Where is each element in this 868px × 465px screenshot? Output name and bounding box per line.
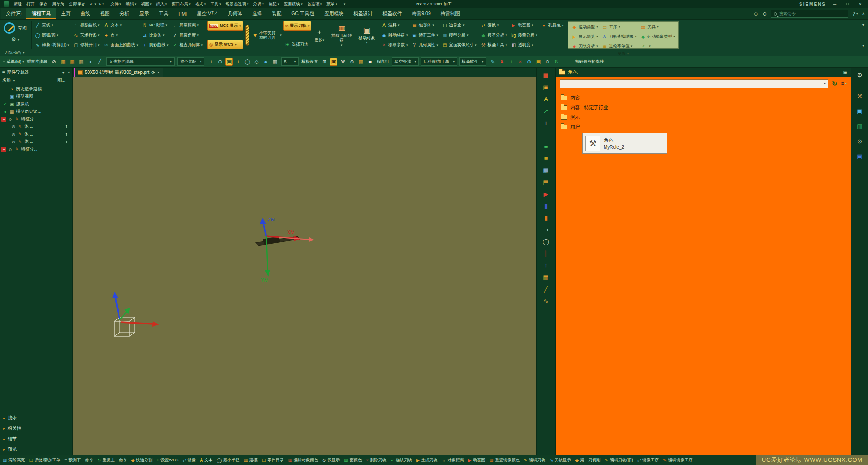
menubar-item[interactable]: 编辑▾ bbox=[124, 1, 139, 7]
ribbon-button[interactable]: ▥模型分析▾ bbox=[440, 31, 478, 40]
roles-folder[interactable]: 演示 bbox=[556, 112, 851, 122]
status-command[interactable]: ⇄ 镜像 bbox=[182, 457, 196, 463]
sketch-options-button[interactable]: ⚙▾ bbox=[11, 37, 19, 42]
status-command[interactable]: × 删除刀轨 bbox=[366, 457, 387, 463]
menubar-item[interactable]: 插入▾ bbox=[155, 1, 169, 7]
ribbon-tab[interactable]: GC 工具包 bbox=[286, 8, 319, 19]
red-marker-icon[interactable]: │ bbox=[542, 249, 551, 257]
visibility-icon[interactable]: ⊘ bbox=[11, 132, 16, 137]
circle-tool-icon[interactable]: ◯ bbox=[542, 237, 551, 246]
status-command[interactable]: ✎ 编辑镜像工序 bbox=[663, 457, 692, 463]
tools-icon[interactable]: ⚒ bbox=[339, 58, 346, 66]
visibility-icon[interactable]: ● bbox=[3, 109, 8, 114]
pan-icon[interactable]: + bbox=[542, 119, 551, 127]
navigator-section[interactable]: ▸ 搜索 bbox=[0, 413, 72, 423]
curvature-icon[interactable]: ⊃ bbox=[542, 225, 551, 234]
minimize-button[interactable]: ─ bbox=[831, 2, 839, 6]
menubar-item[interactable]: 视图▾ bbox=[139, 1, 154, 7]
status-command[interactable]: A 文本 bbox=[200, 457, 213, 463]
ribbon-tab[interactable]: 主页 bbox=[56, 8, 75, 19]
column-header-extra[interactable]: 图... bbox=[55, 78, 70, 84]
mcs-triad[interactable]: ZM XM YM bbox=[260, 217, 315, 283]
ribbon-button[interactable]: ▤宜面实体尺寸▾ bbox=[440, 40, 478, 50]
tree-item-model-history[interactable]: ● ▦ 模型历史记... bbox=[0, 108, 72, 116]
expander-icon[interactable]: − bbox=[1, 117, 6, 122]
panel-button[interactable]: ▦进给率单值▾ bbox=[600, 42, 638, 51]
ribbon-button[interactable]: ●孔晶色▾ bbox=[540, 21, 565, 30]
menu-button[interactable]: ≡菜单(M)▾ bbox=[3, 59, 24, 65]
hammer-icon[interactable]: ⚒ bbox=[855, 91, 865, 101]
snap-existing-point-icon[interactable]: ● bbox=[262, 58, 269, 66]
status-command[interactable]: ▦ 清除高亮 bbox=[3, 457, 25, 463]
gear-icon[interactable]: ⚙ bbox=[855, 70, 865, 80]
fit-view-icon[interactable]: ⊞ bbox=[320, 58, 328, 66]
arrow-up-icon[interactable]: ↑ bbox=[542, 261, 551, 269]
snap-quadrant-icon[interactable]: ◇ bbox=[253, 58, 260, 66]
status-command[interactable]: ⇄ 镜像工序 bbox=[637, 457, 659, 463]
visibility-icon[interactable]: ✓ bbox=[3, 102, 8, 107]
ribbon-tab[interactable]: 工具 bbox=[154, 8, 173, 19]
status-command[interactable]: ▦ 重置镜像颜色 bbox=[489, 457, 519, 463]
redo-dropdown-icon[interactable]: ▾ bbox=[103, 2, 104, 6]
toolbar-dropdown[interactable]: 星空外挂▾ bbox=[392, 57, 419, 66]
tree-item-feature-group[interactable]: − ⊙ ✎ 特征分... bbox=[0, 146, 72, 153]
select-toolpath-button[interactable]: ⊞选择刀轨 bbox=[283, 40, 311, 49]
snap-endpoint-icon[interactable]: ▣ bbox=[225, 58, 233, 66]
ribbon-tab[interactable]: 应用模块 bbox=[319, 8, 348, 19]
ribbon-tab[interactable]: 模圣设计 bbox=[348, 8, 377, 19]
snap-point-icon[interactable]: + bbox=[207, 58, 215, 66]
tab-file[interactable]: 文件(F) bbox=[1, 8, 26, 19]
column-header-name[interactable]: 名称 bbox=[2, 78, 11, 84]
menubar-item[interactable]: 窗口布局▾ bbox=[170, 1, 192, 7]
ribbon-button[interactable]: ▦包容体▾ bbox=[410, 21, 440, 30]
ribbon-button[interactable]: ◯圆弧/圆▾ bbox=[33, 31, 71, 40]
menubar-item[interactable]: 分析▾ bbox=[251, 1, 266, 7]
shaded-view-icon[interactable]: ▣ bbox=[330, 58, 337, 66]
delete-icon[interactable]: × bbox=[516, 58, 524, 66]
status-command[interactable]: ▦ 编辑对象颜色 bbox=[288, 457, 318, 463]
ribbon-tab[interactable]: PMI bbox=[173, 8, 192, 19]
status-command[interactable]: ▶ 动态图 bbox=[468, 457, 486, 463]
ribbon-tab[interactable]: 曲线 bbox=[75, 8, 95, 19]
palette-icon[interactable]: ▣ bbox=[534, 58, 542, 66]
render-style-icon[interactable]: ▣ bbox=[542, 83, 551, 91]
tab-close-icon[interactable]: × bbox=[157, 70, 160, 75]
status-command[interactable]: ▦ 建模 bbox=[243, 457, 257, 463]
ribbon-collapse-icon[interactable]: ▾▾ bbox=[859, 21, 867, 50]
navigator-close-icon[interactable]: × bbox=[67, 70, 70, 75]
panel-button[interactable]: ◆运动输出类型▾ bbox=[639, 32, 677, 41]
menubar-item[interactable]: 场景首选项▾ bbox=[224, 1, 251, 7]
roles-folder[interactable]: 用户 bbox=[556, 122, 851, 131]
ribbon-tab[interactable]: 分析 bbox=[114, 8, 134, 19]
tree-item-model-views[interactable]: ▣ 模型视图 bbox=[0, 93, 72, 101]
vertex-filter-icon[interactable]: • bbox=[87, 58, 94, 66]
refresh-icon[interactable]: ↻ bbox=[832, 80, 837, 87]
status-command[interactable]: ✎ 编辑刀轨(旧) bbox=[604, 457, 633, 463]
history-clock-icon[interactable]: ⊙ bbox=[855, 136, 865, 146]
snap-midpoint-icon[interactable]: ⊙ bbox=[216, 58, 224, 66]
navigator-pin-icon[interactable]: ▾ bbox=[62, 70, 65, 75]
ribbon-button[interactable]: +点▾ bbox=[102, 31, 140, 40]
ribbon-button[interactable]: ∿样条 (将停用)▾ bbox=[33, 40, 71, 50]
navigator-section[interactable]: ▸ 预览 bbox=[0, 444, 72, 455]
snap-grid-icon[interactable]: ▦ bbox=[271, 58, 279, 66]
add-icon[interactable]: + bbox=[507, 58, 515, 66]
machine-setup-icon[interactable]: ⚙ bbox=[348, 58, 356, 66]
ribbon-button[interactable]: ◧透明度▾ bbox=[509, 40, 539, 50]
font-icon[interactable]: A bbox=[498, 58, 506, 66]
ribbon-button[interactable]: ✓检查几何体▾ bbox=[171, 40, 205, 50]
status-command[interactable]: ▤ 后处理/加工单 bbox=[29, 457, 60, 463]
panel-button[interactable]: ✓▾ bbox=[639, 42, 677, 51]
panel-button[interactable]: ◆运动类型▾ bbox=[570, 22, 599, 31]
ribbon-tab[interactable]: 显示 bbox=[134, 8, 154, 19]
refresh-icon[interactable]: ↻ bbox=[553, 58, 560, 66]
layer-visible-icon[interactable]: ≡ bbox=[542, 142, 551, 151]
help-icon[interactable]: ?▾ bbox=[852, 11, 858, 16]
ribbon-button[interactable]: ╱直线▾ bbox=[33, 21, 71, 30]
tree-item-body[interactable]: ⊘ ✎ 体 ... 1 bbox=[0, 131, 72, 138]
display-panel-icon[interactable]: ▣ bbox=[855, 106, 865, 116]
status-command[interactable]: ≡ 预测下一命令 bbox=[64, 457, 93, 463]
ribbon-button[interactable]: ◆模圣分析▾ bbox=[479, 31, 509, 40]
undo-icon[interactable]: ↶ bbox=[90, 2, 93, 6]
reset-filter-button[interactable]: 重置过滤器 bbox=[27, 59, 47, 65]
